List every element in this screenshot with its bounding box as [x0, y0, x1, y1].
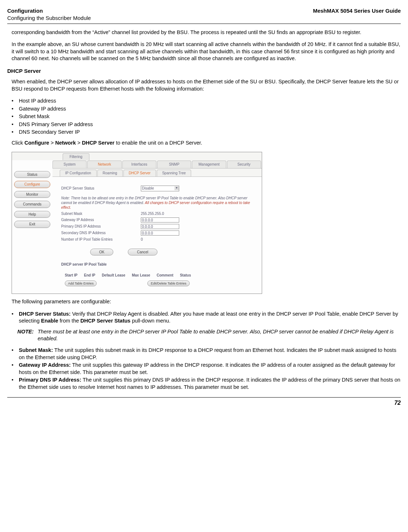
gateway-input[interactable]: 0.0.0.0 — [141, 217, 179, 223]
paragraph: In the example above, an SU whose curren… — [12, 41, 401, 62]
paragraph: Click Configure > Network > DHCP Server … — [12, 140, 401, 147]
list-item: •DNS Primary Server IP address — [12, 121, 401, 128]
nav-configure[interactable]: Configure — [14, 181, 50, 188]
tab-snmp[interactable]: SNMP — [157, 161, 191, 168]
secondary-dns-label: Secondary DNS IP Address — [61, 230, 141, 236]
subtab-roaming[interactable]: Roaming — [97, 170, 123, 176]
pool-count-label: Number of IP Pool Table Entries — [61, 237, 141, 242]
primary-dns-label: Primary DNS IP Address — [61, 224, 141, 229]
note-block: NOTE: There must be at least one entry i… — [17, 328, 401, 342]
subnet-mask-value: 255.255.255.0 — [141, 211, 164, 216]
chevron-down-icon: ▼ — [174, 186, 179, 190]
page-footer: 72 — [7, 397, 401, 407]
nav-help[interactable]: Help — [14, 211, 50, 218]
bullet-list: •Host IP address •Gateway IP address •Su… — [12, 97, 401, 136]
page-number: 72 — [394, 400, 401, 406]
list-item: •Subnet Mask — [12, 113, 401, 120]
list-item: • Gateway IP Address: The unit supplies … — [12, 362, 401, 376]
paragraph: The following parameters are configurabl… — [12, 298, 401, 306]
tab-security[interactable]: Security — [227, 161, 261, 168]
tab-system[interactable]: System — [52, 161, 87, 168]
list-item: •DNS Secondary Server IP — [12, 129, 401, 136]
tab-management[interactable]: Management — [192, 161, 226, 168]
primary-dns-input[interactable]: 0.0.0.0 — [141, 224, 179, 229]
left-nav: Status Configure Monitor Commands Help E… — [12, 160, 52, 294]
pool-table-title: DHCP server IP Pool Table — [61, 262, 253, 267]
page-header: Configuration Configuring the Subscriber… — [7, 7, 401, 24]
embedded-screenshot: Filtering Status Configure Monitor Comma… — [12, 152, 262, 294]
add-entries-button[interactable]: Add Table Entries — [65, 280, 97, 286]
section-heading: DHCP Server — [7, 67, 401, 75]
list-item: •Host IP address — [12, 97, 401, 105]
list-item: •Gateway IP address — [12, 105, 401, 113]
dhcp-status-label: DHCP Server Status — [61, 186, 141, 191]
tab-network[interactable]: Network — [87, 161, 121, 168]
pool-count-value: 0 — [141, 237, 143, 242]
ok-button[interactable]: OK — [90, 249, 113, 256]
subtab-ipconfig[interactable]: IP Configuration — [60, 170, 97, 176]
subnet-mask-label: Subnet Mask — [61, 211, 141, 216]
list-item: • Primary DNS IP Address: The unit suppl… — [12, 377, 401, 391]
panel-note: Note: There has to be atleast one entry … — [61, 196, 253, 210]
param-list: • Subnet Mask: The unit supplies this su… — [12, 347, 401, 391]
secondary-dns-input[interactable]: 0.0.0.0 — [141, 230, 179, 236]
edit-entries-button[interactable]: Edit/Delete Table Entries — [147, 280, 189, 286]
pool-table-header: Start IP End IP Default Lease Max Lease … — [65, 273, 253, 278]
nav-commands[interactable]: Commands — [14, 201, 50, 208]
gateway-label: Gateway IP Address — [61, 217, 141, 223]
paragraph: corresponding bandwidth from the “Active… — [12, 29, 401, 36]
paragraph: When enabled, the DHCP server allows all… — [12, 78, 401, 92]
cancel-button[interactable]: Cancel — [128, 249, 157, 256]
list-item: • Subnet Mask: The unit supplies this su… — [12, 347, 401, 361]
nav-monitor[interactable]: Monitor — [14, 191, 50, 198]
tab-filtering[interactable]: Filtering — [63, 153, 89, 160]
tab-interfaces[interactable]: Interfaces — [122, 161, 156, 168]
nav-status[interactable]: Status — [14, 171, 50, 178]
header-subtitle: Configuring the Subscriber Module — [7, 14, 91, 22]
header-title: Configuration — [7, 7, 91, 14]
dhcp-status-select[interactable]: Disable ▼ — [141, 186, 179, 191]
nav-exit[interactable]: Exit — [14, 221, 50, 228]
subtab-dhcpserver[interactable]: DHCP Server — [123, 170, 156, 176]
subtab-spanningtree[interactable]: Spanning Tree — [157, 170, 191, 176]
header-guide: MeshMAX 5054 Series User Guide — [313, 7, 401, 22]
param-list: • DHCP Server Status: Verify that DHCP R… — [12, 311, 401, 325]
list-item: • DHCP Server Status: Verify that DHCP R… — [12, 311, 401, 325]
